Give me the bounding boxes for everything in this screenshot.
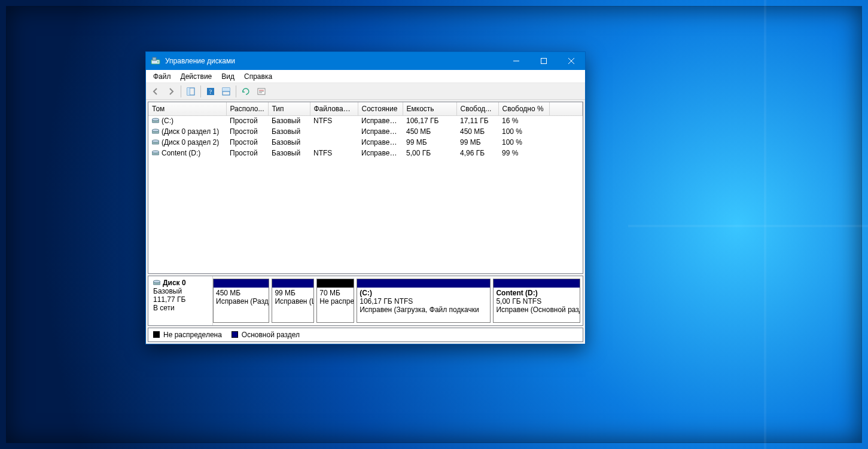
app-icon <box>151 56 160 66</box>
separator <box>181 85 181 97</box>
minimize-button[interactable] <box>502 52 530 70</box>
show-hide-tree-button[interactable] <box>184 84 198 99</box>
rescan-button[interactable] <box>239 84 253 99</box>
desktop: Управление дисками Файл Действие Вид Спр… <box>0 0 868 449</box>
partition-body: 99 МБИсправен (Ш <box>272 288 313 307</box>
partition-body: Content (D:)5,00 ГБ NTFSИсправен (Основн… <box>494 288 580 315</box>
partition-block[interactable]: Content (D:)5,00 ГБ NTFSИсправен (Основн… <box>493 279 580 323</box>
titlebar[interactable]: Управление дисками <box>146 52 585 70</box>
svg-point-2 <box>157 62 159 63</box>
disk-header[interactable]: Диск 0 Базовый 111,77 ГБ В сети <box>148 276 213 325</box>
svg-point-26 <box>152 151 159 153</box>
legend-pane: Не распределена Основной раздел <box>148 328 583 342</box>
partition-stripe <box>494 279 580 288</box>
properties-button[interactable] <box>254 84 269 99</box>
partition-body: 70 МБНе распред <box>317 288 354 307</box>
disk-name: Диск 0 <box>163 279 186 287</box>
graphical-view-pane: Диск 0 Базовый 111,77 ГБ В сети 450 МБИс… <box>148 276 583 326</box>
partition-body: 450 МБИсправен (Раздел <box>214 288 269 307</box>
separator <box>236 85 236 97</box>
volumes-list-pane[interactable]: Том Располо... Тип Файловая с... Состоян… <box>148 102 583 274</box>
separator <box>200 85 201 97</box>
disk-management-window: Управление дисками Файл Действие Вид Спр… <box>145 51 586 344</box>
volumes-table: Том Располо... Тип Файловая с... Состоян… <box>148 102 583 158</box>
partition-stripe <box>272 279 313 288</box>
col-status[interactable]: Состояние <box>358 102 403 115</box>
disk-size: 111,77 ГБ <box>153 295 185 304</box>
back-button[interactable] <box>148 84 163 99</box>
disk-icon <box>153 279 160 285</box>
svg-text:?: ? <box>209 88 212 95</box>
partition-block[interactable]: 450 МБИсправен (Раздел <box>213 279 269 323</box>
table-row[interactable]: (Диск 0 раздел 1)ПростойБазовыйИсправен.… <box>148 126 583 137</box>
col-fs[interactable]: Файловая с... <box>310 102 358 115</box>
maximize-button[interactable] <box>530 52 558 70</box>
content-area: Том Располо... Тип Файловая с... Состоян… <box>146 100 585 344</box>
col-free[interactable]: Свобод... <box>456 102 498 115</box>
volume-icon <box>152 139 159 145</box>
partition-block[interactable]: 99 МБИсправен (Ш <box>272 279 314 323</box>
toolbar: ? <box>146 83 585 100</box>
table-row[interactable]: Content (D:)ПростойБазовыйNTFSИсправен..… <box>148 148 583 158</box>
col-capacity[interactable]: Емкость <box>403 102 456 115</box>
partition-body: (C:)106,17 ГБ NTFSИсправен (Загрузка, Фа… <box>357 288 490 315</box>
legend-primary: Основной раздел <box>232 331 300 339</box>
svg-point-28 <box>153 280 160 283</box>
svg-point-24 <box>152 140 159 142</box>
legend-unallocated: Не распределена <box>153 331 222 339</box>
help-button[interactable]: ? <box>203 84 218 99</box>
legend-swatch-blue <box>232 331 238 338</box>
svg-point-22 <box>152 129 159 132</box>
forward-button[interactable] <box>164 84 178 99</box>
wallpaper-decor <box>628 225 868 227</box>
menu-help[interactable]: Справка <box>239 71 277 82</box>
svg-rect-1 <box>153 57 156 60</box>
col-empty[interactable] <box>549 102 583 115</box>
volume-icon <box>152 149 159 155</box>
table-row[interactable]: (C:)ПростойБазовыйNTFSИсправен...106,17 … <box>148 115 583 126</box>
svg-rect-13 <box>223 88 230 91</box>
disk-type: Базовый <box>153 287 182 295</box>
partition-stripe <box>357 279 490 288</box>
window-title: Управление дисками <box>165 57 235 65</box>
disk-partitions-row: 450 МБИсправен (Раздел99 МБИсправен (Ш70… <box>213 276 583 325</box>
disk-status: В сети <box>153 304 175 312</box>
menu-action[interactable]: Действие <box>176 71 217 82</box>
volume-icon <box>152 117 159 123</box>
menu-file[interactable]: Файл <box>148 71 176 82</box>
col-type[interactable]: Тип <box>268 102 310 115</box>
partition-stripe <box>317 279 354 288</box>
refresh-button[interactable] <box>219 84 233 99</box>
partition-block[interactable]: 70 МБНе распред <box>316 279 354 323</box>
svg-rect-9 <box>187 88 190 95</box>
col-layout[interactable]: Располо... <box>226 102 268 115</box>
legend-unallocated-label: Не распределена <box>163 331 222 339</box>
partition-block[interactable]: (C:)106,17 ГБ NTFSИсправен (Загрузка, Фа… <box>357 279 491 323</box>
menubar: Файл Действие Вид Справка <box>146 70 585 83</box>
legend-primary-label: Основной раздел <box>242 331 300 339</box>
col-volume[interactable]: Том <box>148 102 226 115</box>
table-row[interactable]: (Диск 0 раздел 2)ПростойБазовыйИсправен.… <box>148 137 583 148</box>
close-button[interactable] <box>558 52 585 70</box>
svg-point-20 <box>152 118 159 121</box>
volume-icon <box>152 128 159 134</box>
legend-swatch-black <box>153 331 160 338</box>
col-pct[interactable]: Свободно % <box>498 102 549 115</box>
menu-view[interactable]: Вид <box>217 71 239 82</box>
partition-stripe <box>214 279 269 288</box>
svg-rect-4 <box>541 59 547 64</box>
